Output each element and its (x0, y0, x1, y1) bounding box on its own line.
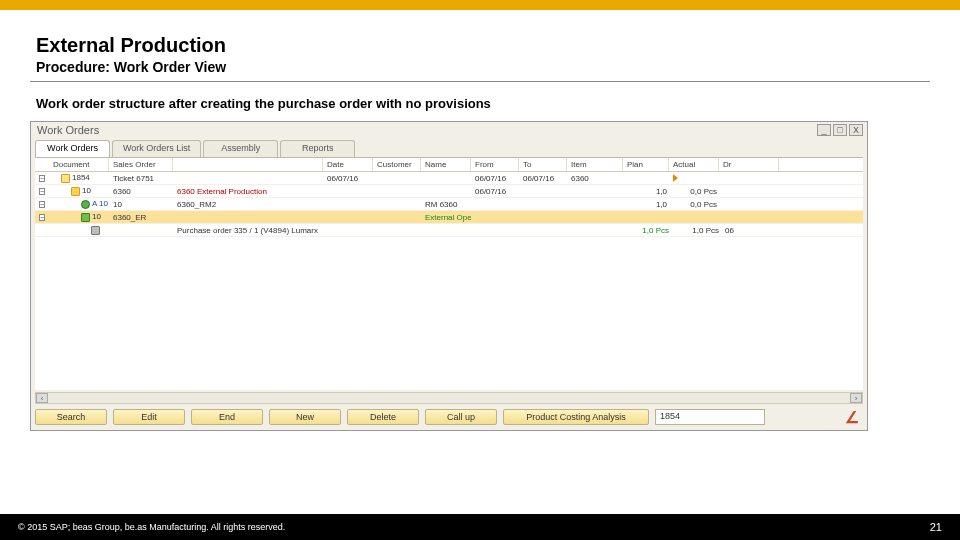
cancel-icon[interactable]: ∠ (843, 408, 863, 427)
grid-header: DocumentSales OrderDateCustomerNameFromT… (35, 158, 863, 172)
grid: DocumentSales OrderDateCustomerNameFromT… (35, 158, 863, 390)
cell-text: 0,0 Pcs (669, 200, 719, 209)
slide-caption: Work order structure after creating the … (36, 96, 930, 111)
end-button[interactable]: End (191, 409, 263, 425)
column-header[interactable]: Document (49, 158, 109, 171)
close-icon[interactable]: X (849, 124, 863, 136)
cell-text: 6360_ER (109, 213, 173, 222)
copyright-text: © 2015 SAP; beas Group, be.as Manufactur… (18, 522, 285, 532)
cell-text: 06/07/16 (471, 174, 519, 183)
flag-icon (673, 174, 678, 182)
document-number-field[interactable]: 1854 (655, 409, 765, 425)
cell-text: 6360_RM2 (173, 200, 323, 209)
slide-title: External Production (36, 34, 930, 57)
cell-text: External Operation 6360 (421, 213, 471, 222)
expand-icon[interactable]: − (39, 201, 45, 208)
callup-button[interactable]: Call up (425, 409, 497, 425)
table-row[interactable]: −106360_ERExternal Operation 6360 (35, 211, 863, 224)
tab-assembly[interactable]: Assembly (203, 140, 278, 157)
route-icon (81, 213, 90, 222)
cell-text: 06 (721, 226, 781, 235)
delete-button[interactable]: Delete (347, 409, 419, 425)
tab-work-orders[interactable]: Work Orders (35, 140, 110, 157)
search-button[interactable]: Search (35, 409, 107, 425)
column-header[interactable]: Name (421, 158, 471, 171)
cell-text: Purchase order 335 / 1 (V4894) Lumarx (173, 226, 473, 235)
cell-text (669, 174, 719, 183)
cell-text: 10 (109, 200, 173, 209)
tabstrip: Work OrdersWork Orders ListAssemblyRepor… (35, 140, 863, 158)
horizontal-scrollbar[interactable]: ‹ › (35, 392, 863, 404)
divider (30, 81, 930, 82)
window-controls: _ □ X (817, 124, 863, 136)
slide-footer: © 2015 SAP; beas Group, be.as Manufactur… (0, 514, 960, 540)
cell-text: 0,0 Pcs (669, 187, 719, 196)
column-header[interactable]: Date (323, 158, 373, 171)
table-row[interactable]: Purchase order 335 / 1 (V4894) Lumarx1,0… (35, 224, 863, 237)
table-row[interactable]: −1063606360 External Production06/07/161… (35, 185, 863, 198)
cell-text: 06/07/16 (323, 174, 373, 183)
column-header[interactable]: Actual (669, 158, 719, 171)
scroll-left-icon[interactable]: ‹ (36, 393, 48, 403)
cell-text: 10 (92, 212, 101, 221)
cell-text: 1,0 (623, 187, 669, 196)
column-header[interactable]: Sales Order (109, 158, 173, 171)
new-button[interactable]: New (269, 409, 341, 425)
cell-text: 10 (82, 186, 91, 195)
cell-text: 6360 (109, 187, 173, 196)
cell-text: 06/07/16 (519, 174, 567, 183)
window-title: Work Orders (37, 124, 99, 136)
cart-icon (91, 226, 100, 235)
table-row[interactable]: −1854Ticket 675106/07/1606/07/1606/07/16… (35, 172, 863, 185)
cell-text: Ticket 6751 (109, 174, 173, 183)
slide-subtitle: Procedure: Work Order View (36, 59, 930, 75)
column-header[interactable]: To (519, 158, 567, 171)
column-header[interactable]: From (471, 158, 519, 171)
column-header[interactable]: Dr (719, 158, 779, 171)
column-header[interactable]: Plan (623, 158, 669, 171)
scroll-right-icon[interactable]: › (850, 393, 862, 403)
grid-body[interactable]: −1854Ticket 675106/07/1606/07/1606/07/16… (35, 172, 863, 237)
cell-text: A 10 (92, 199, 108, 208)
column-header[interactable]: Item (567, 158, 623, 171)
app-window: Work Orders _ □ X Work OrdersWork Orders… (30, 121, 868, 431)
button-row: Search Edit End New Delete Call up Produ… (35, 408, 863, 426)
cell-text: 06/07/16 (471, 187, 519, 196)
expand-icon[interactable]: − (39, 175, 45, 182)
cell-text: RM 6360 (421, 200, 471, 209)
comp-icon (81, 200, 90, 209)
tab-work-orders-list[interactable]: Work Orders List (112, 140, 201, 157)
edit-button[interactable]: Edit (113, 409, 185, 425)
table-row[interactable]: −A 10106360_RM2RM 63601,00,0 Pcs (35, 198, 863, 211)
cell-text: 1,0 Pcs (671, 226, 721, 235)
tab-reports[interactable]: Reports (280, 140, 355, 157)
cell-text: 1,0 Pcs (625, 226, 671, 235)
cell-text: 6360 External Production (173, 187, 323, 196)
folder-icon (71, 187, 80, 196)
page-number: 21 (930, 521, 942, 533)
minimize-icon[interactable]: _ (817, 124, 831, 136)
column-header[interactable]: Customer (373, 158, 421, 171)
product-costing-button[interactable]: Product Costing Analysis (503, 409, 649, 425)
expand-icon[interactable]: − (39, 188, 45, 195)
cell-text: 6360 (567, 174, 623, 183)
cell-text: 1,0 (623, 200, 669, 209)
column-header[interactable] (35, 158, 49, 171)
doc-icon (61, 174, 70, 183)
brand-bar (0, 0, 960, 10)
cell-text: 1854 (72, 173, 90, 182)
maximize-icon[interactable]: □ (833, 124, 847, 136)
column-header[interactable] (173, 158, 323, 171)
expand-icon[interactable]: − (39, 214, 45, 221)
